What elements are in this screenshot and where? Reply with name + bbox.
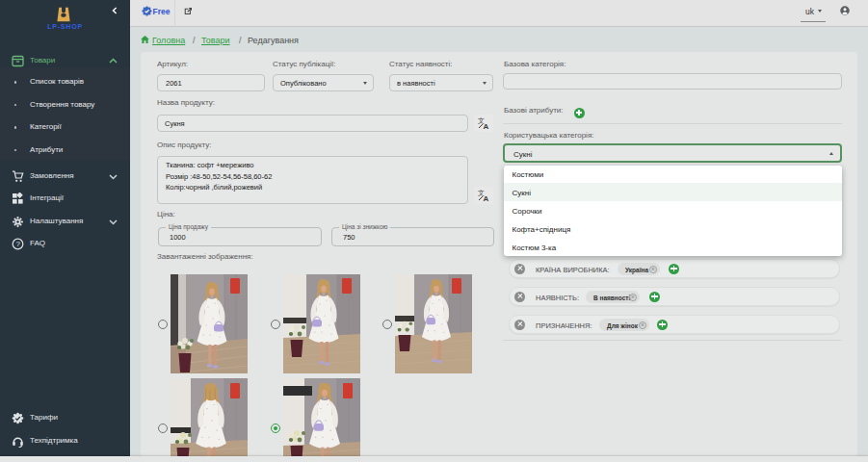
svg-text:?: ? <box>15 240 20 248</box>
svg-text:A: A <box>484 194 489 202</box>
svg-text:A: A <box>484 122 489 130</box>
